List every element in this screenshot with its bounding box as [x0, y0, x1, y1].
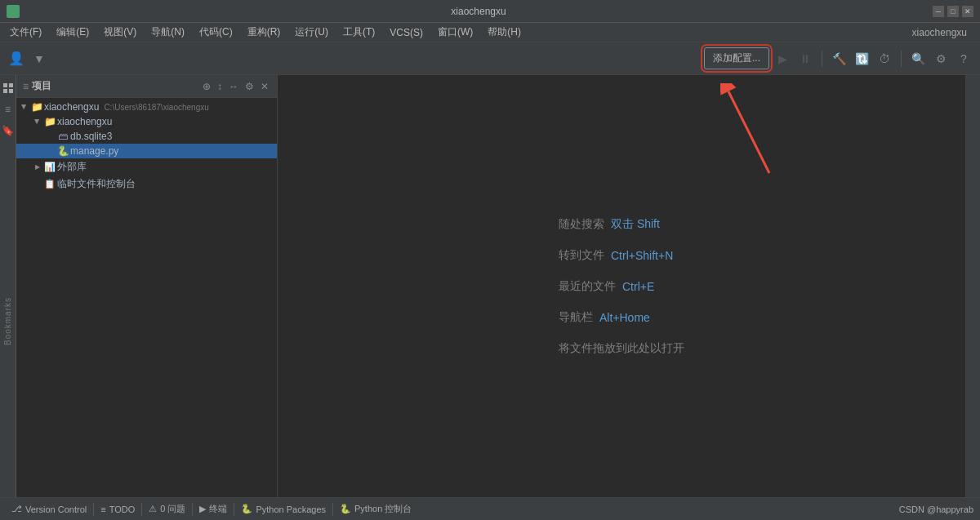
tree-file-db[interactable]: ▶ 🗃 db.sqlite3	[16, 129, 277, 144]
python-file-icon: 🐍	[57, 145, 69, 157]
title-bar: xiaochengxu ─ □ ✕	[0, 0, 980, 23]
menu-bar: 文件(F) 编辑(E) 视图(V) 导航(N) 代码(C) 重构(R) 运行(U…	[0, 23, 980, 42]
sidebar-structure-icon[interactable]: ≡	[2, 103, 15, 116]
recent-key: Ctrl+E	[622, 280, 654, 293]
menu-vcs[interactable]: VCS(S)	[383, 25, 430, 40]
panel-add-btn[interactable]: ⊕	[201, 81, 212, 92]
window-controls: ─ □ ✕	[933, 6, 973, 17]
svg-rect-3	[9, 89, 13, 93]
project-panel: ≡ 项目 ⊕ ↕ ↔ ⚙ ✕ ▶ 📁 xiaochengxu C:\Users\…	[16, 75, 278, 497]
menu-navigate[interactable]: 导航(N)	[145, 24, 191, 41]
db-file-icon: 🗃	[57, 131, 69, 142]
folder-arrow: ▶	[33, 117, 42, 127]
terminal-label: 终端	[209, 503, 227, 515]
todo-icon: ≡	[100, 504, 105, 514]
dropdown-arrow-icon[interactable]: ▼	[29, 49, 49, 69]
navbar-label: 导航栏	[559, 310, 593, 325]
build-icon[interactable]: 🔨	[829, 49, 849, 69]
status-problems[interactable]: ⚠ 0 问题	[144, 498, 190, 520]
tree-root[interactable]: ▶ 📁 xiaochengxu C:\Users\86187\xiaocheng…	[16, 100, 277, 114]
bookmarks-label: Bookmarks	[3, 297, 12, 345]
sidebar-bookmark-icon[interactable]: 🔖	[2, 124, 15, 137]
drag-drop-text: 将文件拖放到此处以打开	[559, 341, 684, 356]
minimize-btn[interactable]: ─	[933, 6, 944, 17]
goto-file-key: Ctrl+Shift+N	[611, 249, 673, 262]
run-debug-icon[interactable]: ⏸	[795, 49, 815, 69]
tree-file-manage[interactable]: ▶ 🐍 manage.py	[16, 144, 277, 158]
profile-icon[interactable]: 👤	[7, 49, 26, 69]
tree-external-libs[interactable]: ▶ 📊 外部库	[16, 158, 277, 176]
refresh-icon[interactable]: 🔃	[852, 49, 871, 69]
search-key: 双击 Shift	[611, 217, 660, 232]
root-arrow: ▶	[20, 102, 29, 112]
python-packages-label: Python Packages	[256, 504, 326, 514]
status-sep-1	[93, 503, 94, 516]
folder-icon: 📁	[44, 116, 56, 127]
problems-icon: ⚠	[149, 504, 157, 514]
panel-header-actions: ⊕ ↕ ↔ ⚙ ✕	[201, 81, 270, 92]
status-sep-4	[234, 503, 234, 516]
root-label: xiaochengxu	[44, 101, 99, 113]
add-config-button[interactable]: 添加配置...	[704, 47, 769, 69]
toolbar-divider-2	[901, 51, 902, 67]
left-sidebar: ≡ 🔖 Bookmarks	[0, 75, 16, 497]
panel-header: ≡ 项目 ⊕ ↕ ↔ ⚙ ✕	[16, 75, 277, 98]
root-folder-icon: 📁	[31, 101, 42, 113]
content-area: 随处搜索 双击 Shift 转到文件 Ctrl+Shift+N 最近的文件 Ct…	[278, 75, 965, 497]
terminal-icon: ▶	[199, 504, 206, 514]
settings-icon[interactable]: ⚙	[931, 49, 951, 69]
status-todo[interactable]: ≡ TODO	[96, 498, 140, 520]
status-python-console[interactable]: 🐍 Python 控制台	[335, 498, 416, 520]
drag-drop-row: 将文件拖放到此处以打开	[559, 341, 684, 356]
shortcuts-container: 随处搜索 双击 Shift 转到文件 Ctrl+Shift+N 最近的文件 Ct…	[559, 217, 684, 356]
menu-run[interactable]: 运行(U)	[288, 24, 335, 41]
menu-view[interactable]: 视图(V)	[97, 24, 143, 41]
status-sep-3	[192, 503, 193, 516]
status-sep-2	[141, 503, 142, 516]
scratch-label: 临时文件和控制台	[57, 177, 136, 191]
shortcut-goto-file: 转到文件 Ctrl+Shift+N	[559, 248, 673, 263]
help-icon[interactable]: ?	[954, 49, 973, 69]
menu-help[interactable]: 帮助(H)	[481, 24, 528, 41]
maximize-btn[interactable]: □	[947, 6, 959, 17]
panel-sort-btn[interactable]: ↕	[216, 81, 224, 92]
menu-code[interactable]: 代码(C)	[193, 24, 239, 41]
run-icon[interactable]: ▶	[773, 49, 792, 69]
sidebar-project-icon[interactable]	[2, 82, 15, 95]
db-label: db.sqlite3	[70, 131, 112, 142]
status-right: CSDN @happyrab	[899, 504, 973, 514]
python-packages-icon: 🐍	[241, 504, 252, 514]
ext-lib-icon: 📊	[44, 162, 56, 173]
menu-tools[interactable]: 工具(T)	[336, 24, 381, 41]
manage-label: manage.py	[70, 145, 118, 157]
history-icon[interactable]: ⏱	[875, 49, 894, 69]
panel-close-btn[interactable]: ✕	[259, 81, 270, 92]
search-everywhere-icon[interactable]: 🔍	[908, 49, 928, 69]
todo-label: TODO	[109, 504, 136, 514]
tree-scratch[interactable]: ▶ 📋 临时文件和控制台	[16, 176, 277, 193]
status-terminal[interactable]: ▶ 终端	[194, 498, 232, 520]
status-version-control[interactable]: ⎇ Version Control	[7, 498, 91, 520]
menu-window[interactable]: 窗口(W)	[431, 24, 479, 41]
shortcut-recent: 最近的文件 Ctrl+E	[559, 279, 654, 294]
status-bar: ⎇ Version Control ≡ TODO ⚠ 0 问题 ▶ 终端 🐍 P…	[0, 497, 980, 520]
menu-edit[interactable]: 编辑(E)	[50, 24, 96, 41]
version-control-label: Version Control	[25, 504, 87, 514]
toolbar-divider	[822, 51, 822, 67]
version-control-icon: ⎇	[11, 504, 22, 514]
ext-arrow: ▶	[33, 162, 42, 172]
status-python-packages[interactable]: 🐍 Python Packages	[236, 498, 331, 520]
goto-file-label: 转到文件	[559, 248, 604, 263]
svg-rect-0	[3, 83, 7, 87]
svg-rect-2	[3, 89, 7, 93]
tree-folder-xiaochengxu[interactable]: ▶ 📁 xiaochengxu	[16, 114, 277, 129]
menu-refactor[interactable]: 重构(R)	[241, 24, 287, 41]
menu-file[interactable]: 文件(F)	[3, 24, 48, 41]
project-tree: ▶ 📁 xiaochengxu C:\Users\86187\xiaocheng…	[16, 98, 277, 497]
close-btn[interactable]: ✕	[962, 6, 973, 17]
status-sep-5	[332, 503, 333, 516]
panel-settings-btn[interactable]: ⚙	[243, 81, 256, 92]
shortcut-search: 随处搜索 双击 Shift	[559, 217, 660, 232]
toolbar: 👤 ▼ 添加配置... ▶ ⏸ 🔨 🔃 ⏱ 🔍 ⚙ ?	[0, 42, 980, 75]
panel-collapse-btn[interactable]: ↔	[227, 81, 240, 92]
